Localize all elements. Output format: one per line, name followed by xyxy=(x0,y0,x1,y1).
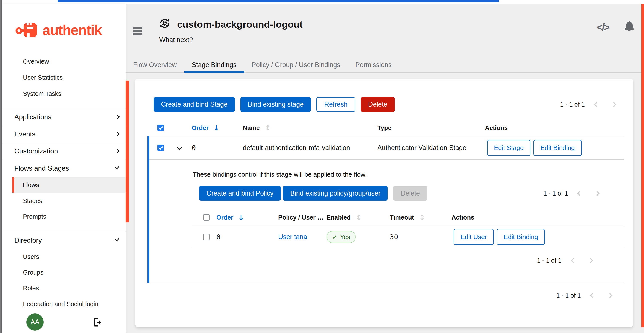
collapse-row-chevron-icon[interactable] xyxy=(177,145,182,150)
edit-user-button[interactable]: Edit User xyxy=(454,229,494,245)
pagination-policy-toolbar: 1 - 1 of 1 xyxy=(544,190,599,197)
column-actions: Actions xyxy=(452,214,624,221)
page-subtitle[interactable]: What next? xyxy=(159,36,193,44)
notifications-bell-icon[interactable] xyxy=(624,21,635,32)
select-all-checkbox[interactable] xyxy=(157,125,164,131)
sidebar-item-groups[interactable]: Groups xyxy=(23,269,43,276)
pagination-next-icon[interactable] xyxy=(611,102,616,107)
bind-existing-stage-button[interactable]: Bind existing stage xyxy=(240,97,311,112)
pagination-prev-icon[interactable] xyxy=(594,102,599,107)
chevron-right-icon[interactable] xyxy=(115,132,120,136)
sidebar-divider xyxy=(2,160,126,160)
pagination-prev-icon[interactable] xyxy=(570,258,576,263)
edit-binding-button[interactable]: Edit Binding xyxy=(534,140,582,156)
chevron-right-icon[interactable] xyxy=(115,115,120,119)
sign-out-icon[interactable] xyxy=(92,317,102,327)
enabled-badge: Yes xyxy=(326,231,356,243)
sort-icon[interactable] xyxy=(265,124,271,132)
create-and-bind-stage-button[interactable]: Create and bind Stage xyxy=(154,97,235,112)
pagination-label: 1 - 1 of 1 xyxy=(544,190,568,197)
main-content: custom-background-logout What next? Flow… xyxy=(126,4,644,333)
bind-existing-policy-button[interactable]: Bind existing policy/group/user xyxy=(283,186,388,201)
sidebar-item-user-statistics[interactable]: User Statistics xyxy=(23,74,63,81)
authentik-logo-icon xyxy=(16,21,41,39)
user-link[interactable]: User tana xyxy=(278,233,326,241)
avatar[interactable]: AA xyxy=(26,313,44,331)
pagination-card-bottom: 1 - 1 of 1 xyxy=(136,292,612,299)
expanded-row-zone: 0 default-authentication-mfa-validation … xyxy=(148,136,624,283)
stage-bindings-card: Create and bind Stage Bind existing stag… xyxy=(136,80,633,327)
tab-permissions[interactable]: Permissions xyxy=(348,57,399,73)
sidebar-item-roles[interactable]: Roles xyxy=(23,284,39,292)
select-all-checkbox[interactable] xyxy=(203,214,210,221)
authentik-logo[interactable]: authentik xyxy=(16,19,102,41)
sort-descending-icon[interactable] xyxy=(214,124,220,132)
sort-descending-icon[interactable] xyxy=(238,213,244,222)
stage-table-row[interactable]: 0 default-authentication-mfa-validation … xyxy=(150,136,624,160)
policy-toolbar: Create and bind Policy Bind existing pol… xyxy=(199,186,599,201)
sidebar-item-federation[interactable]: Federation and Social login xyxy=(23,300,98,308)
chevron-down-icon[interactable] xyxy=(115,237,119,241)
sidebar-scrollbar-thumb[interactable] xyxy=(126,81,129,222)
delete-button[interactable]: Delete xyxy=(361,97,395,112)
sidebar-divider xyxy=(2,143,126,143)
sidebar-item-overview[interactable]: Overview xyxy=(23,58,49,65)
sidebar-section-directory[interactable]: Directory xyxy=(14,236,42,244)
pagination-next-icon[interactable] xyxy=(594,191,600,196)
sidebar-section-customization[interactable]: Customization xyxy=(14,147,58,155)
tab-bar: Flow Overview Stage Bindings Policy / Gr… xyxy=(126,57,642,73)
tab-flow-overview[interactable]: Flow Overview xyxy=(126,57,184,73)
column-order[interactable]: Order xyxy=(216,213,278,222)
column-timeout[interactable]: Timeout xyxy=(390,213,452,222)
column-enabled[interactable]: Enabled xyxy=(326,213,390,222)
pagination-next-icon[interactable] xyxy=(607,293,612,298)
sidebar-item-stages[interactable]: Stages xyxy=(23,197,42,204)
pagination-policy-bottom: 1 - 1 of 1 xyxy=(150,257,592,264)
stage-table-header: Order Name Type Actions xyxy=(148,120,624,136)
api-browser-icon[interactable] xyxy=(597,22,609,33)
policy-table-header: Order Policy / User … Enabled Timeout Ac… xyxy=(192,209,624,226)
cell-type: Authenticator Validation Stage xyxy=(378,144,485,152)
tab-policy-group-user-bindings[interactable]: Policy / Group / User Bindings xyxy=(244,57,348,73)
sidebar-item-prompts[interactable]: Prompts xyxy=(23,213,46,220)
column-order[interactable]: Order xyxy=(192,124,243,132)
sidebar-section-applications[interactable]: Applications xyxy=(14,113,52,121)
column-name[interactable]: Name xyxy=(243,124,378,132)
chevron-right-icon[interactable] xyxy=(115,149,120,153)
pagination-top: 1 - 1 of 1 xyxy=(560,101,616,108)
chevron-down-icon[interactable] xyxy=(115,165,119,169)
pagination-prev-icon[interactable] xyxy=(577,191,582,196)
sidebar-item-users[interactable]: Users xyxy=(23,253,39,260)
row-checkbox[interactable] xyxy=(157,145,164,151)
pagination-label: 1 - 1 of 1 xyxy=(556,292,581,299)
create-and-bind-policy-button[interactable]: Create and bind Policy xyxy=(199,186,281,201)
delete-policy-button[interactable]: Delete xyxy=(393,186,427,201)
edit-stage-button[interactable]: Edit Stage xyxy=(487,140,530,156)
sidebar: authentik Overview User Statistics Syste… xyxy=(2,4,126,333)
sidebar-divider xyxy=(2,232,126,232)
column-type: Type xyxy=(378,124,485,132)
tab-stage-bindings[interactable]: Stage Bindings xyxy=(184,57,244,73)
policy-table-row[interactable]: 0 User tana Yes 30 Edit User Edit Bindin… xyxy=(192,226,624,248)
row-checkbox[interactable] xyxy=(203,234,210,240)
sort-icon[interactable] xyxy=(419,213,425,222)
pagination-next-icon[interactable] xyxy=(588,258,593,263)
browser-loading-bar xyxy=(58,0,499,2)
sort-icon[interactable] xyxy=(356,213,362,222)
bindings-description: These bindings control if this stage wil… xyxy=(193,171,624,178)
refresh-button[interactable]: Refresh xyxy=(316,97,355,112)
sidebar-item-flows[interactable]: Flows xyxy=(12,177,126,193)
policy-bindings-table: Order Policy / User … Enabled Timeout Ac… xyxy=(192,209,624,248)
cell-timeout: 30 xyxy=(390,233,452,241)
sidebar-item-system-tasks[interactable]: System Tasks xyxy=(23,90,61,97)
window-edge-strip xyxy=(0,0,2,333)
avatar-initials: AA xyxy=(30,318,39,326)
sidebar-section-events[interactable]: Events xyxy=(14,130,36,138)
pagination-label: 1 - 1 of 1 xyxy=(537,257,562,264)
hamburger-menu-icon[interactable] xyxy=(133,27,142,36)
sidebar-divider xyxy=(2,126,126,126)
pagination-label: 1 - 1 of 1 xyxy=(560,101,585,108)
pagination-prev-icon[interactable] xyxy=(590,293,595,298)
sidebar-section-flows-and-stages[interactable]: Flows and Stages xyxy=(14,164,69,172)
edit-binding-button[interactable]: Edit Binding xyxy=(497,229,545,245)
